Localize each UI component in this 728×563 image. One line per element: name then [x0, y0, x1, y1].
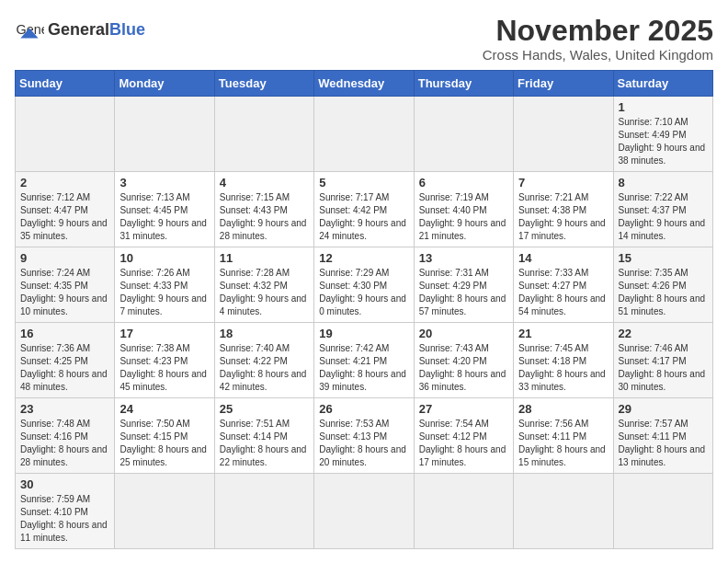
day-info: Sunrise: 7:21 AMSunset: 4:38 PMDaylight:…	[518, 191, 608, 243]
day-info: Sunrise: 7:13 AMSunset: 4:45 PMDaylight:…	[119, 191, 209, 243]
calendar-week-6: 30Sunrise: 7:59 AMSunset: 4:10 PMDayligh…	[16, 474, 713, 549]
calendar-cell: 16Sunrise: 7:36 AMSunset: 4:25 PMDayligh…	[16, 323, 115, 398]
day-info: Sunrise: 7:29 AMSunset: 4:30 PMDaylight:…	[319, 267, 408, 318]
day-info: Sunrise: 7:54 AMSunset: 4:12 PMDaylight:…	[419, 418, 508, 469]
calendar-cell: 24Sunrise: 7:50 AMSunset: 4:15 PMDayligh…	[115, 398, 214, 474]
calendar-cell: 27Sunrise: 7:54 AMSunset: 4:12 PMDayligh…	[414, 398, 513, 474]
day-number: 8	[619, 176, 708, 190]
day-number: 11	[220, 251, 309, 265]
day-info: Sunrise: 7:26 AMSunset: 4:33 PMDaylight:…	[119, 267, 209, 318]
calendar-cell: 12Sunrise: 7:29 AMSunset: 4:30 PMDayligh…	[314, 247, 414, 323]
calendar-cell: 18Sunrise: 7:40 AMSunset: 4:22 PMDayligh…	[214, 323, 313, 398]
day-info: Sunrise: 7:56 AMSunset: 4:11 PMDaylight:…	[518, 418, 608, 469]
calendar-cell: 25Sunrise: 7:51 AMSunset: 4:14 PMDayligh…	[214, 398, 313, 474]
day-info: Sunrise: 7:22 AMSunset: 4:37 PMDaylight:…	[619, 191, 708, 243]
day-info: Sunrise: 7:28 AMSunset: 4:32 PMDaylight:…	[220, 267, 309, 318]
day-number: 24	[119, 402, 209, 416]
calendar-cell	[214, 474, 313, 549]
calendar-cell: 20Sunrise: 7:43 AMSunset: 4:20 PMDayligh…	[414, 323, 513, 398]
day-info: Sunrise: 7:24 AMSunset: 4:35 PMDaylight:…	[20, 267, 109, 318]
day-info: Sunrise: 7:19 AMSunset: 4:40 PMDaylight:…	[419, 191, 508, 243]
calendar-cell	[214, 97, 313, 172]
calendar-cell: 23Sunrise: 7:48 AMSunset: 4:16 PMDayligh…	[16, 398, 115, 474]
weekday-header-sunday: Sunday	[16, 71, 115, 97]
weekday-header-saturday: Saturday	[613, 71, 712, 97]
calendar-cell: 8Sunrise: 7:22 AMSunset: 4:37 PMDaylight…	[613, 172, 712, 247]
day-number: 2	[20, 176, 109, 190]
calendar-cell: 7Sunrise: 7:21 AMSunset: 4:38 PMDaylight…	[514, 172, 613, 247]
logo: General GeneralBlue	[15, 15, 145, 44]
day-number: 19	[319, 327, 408, 340]
day-number: 13	[419, 251, 508, 265]
calendar-cell	[314, 474, 414, 549]
day-info: Sunrise: 7:12 AMSunset: 4:47 PMDaylight:…	[20, 191, 109, 243]
day-info: Sunrise: 7:15 AMSunset: 4:43 PMDaylight:…	[220, 191, 309, 243]
calendar-cell	[613, 474, 712, 549]
day-info: Sunrise: 7:43 AMSunset: 4:20 PMDaylight:…	[419, 342, 508, 394]
weekday-header-thursday: Thursday	[414, 71, 513, 97]
month-title: November 2025	[483, 15, 713, 47]
weekday-header-tuesday: Tuesday	[214, 71, 313, 97]
calendar-cell: 11Sunrise: 7:28 AMSunset: 4:32 PMDayligh…	[214, 247, 313, 323]
calendar: SundayMondayTuesdayWednesdayThursdayFrid…	[15, 70, 713, 549]
calendar-cell	[514, 97, 613, 172]
calendar-cell: 9Sunrise: 7:24 AMSunset: 4:35 PMDaylight…	[16, 247, 115, 323]
calendar-cell: 13Sunrise: 7:31 AMSunset: 4:29 PMDayligh…	[414, 247, 513, 323]
day-number: 12	[319, 251, 408, 265]
calendar-cell: 26Sunrise: 7:53 AMSunset: 4:13 PMDayligh…	[314, 398, 414, 474]
calendar-cell	[414, 97, 513, 172]
day-number: 23	[20, 402, 109, 416]
day-number: 9	[20, 251, 109, 265]
calendar-cell: 22Sunrise: 7:46 AMSunset: 4:17 PMDayligh…	[613, 323, 712, 398]
day-number: 27	[419, 402, 508, 416]
calendar-week-1: 1Sunrise: 7:10 AMSunset: 4:49 PMDaylight…	[16, 97, 713, 172]
day-number: 20	[419, 327, 508, 340]
day-number: 29	[619, 402, 708, 416]
day-number: 28	[518, 402, 608, 416]
calendar-body: 1Sunrise: 7:10 AMSunset: 4:49 PMDaylight…	[16, 97, 713, 549]
day-info: Sunrise: 7:40 AMSunset: 4:22 PMDaylight:…	[220, 342, 309, 394]
day-number: 25	[220, 402, 309, 416]
day-number: 17	[119, 327, 209, 340]
day-info: Sunrise: 7:31 AMSunset: 4:29 PMDaylight:…	[419, 267, 508, 318]
calendar-cell: 30Sunrise: 7:59 AMSunset: 4:10 PMDayligh…	[16, 474, 115, 549]
calendar-cell: 5Sunrise: 7:17 AMSunset: 4:42 PMDaylight…	[314, 172, 414, 247]
logo-text: GeneralBlue	[48, 21, 145, 38]
weekday-header-row: SundayMondayTuesdayWednesdayThursdayFrid…	[16, 71, 713, 97]
day-info: Sunrise: 7:45 AMSunset: 4:18 PMDaylight:…	[518, 342, 608, 394]
day-number: 26	[319, 402, 408, 416]
calendar-cell	[115, 474, 214, 549]
calendar-cell: 15Sunrise: 7:35 AMSunset: 4:26 PMDayligh…	[613, 247, 712, 323]
day-info: Sunrise: 7:38 AMSunset: 4:23 PMDaylight:…	[119, 342, 209, 394]
calendar-week-2: 2Sunrise: 7:12 AMSunset: 4:47 PMDaylight…	[16, 172, 713, 247]
calendar-cell: 3Sunrise: 7:13 AMSunset: 4:45 PMDaylight…	[115, 172, 214, 247]
day-info: Sunrise: 7:50 AMSunset: 4:15 PMDaylight:…	[119, 418, 209, 469]
day-info: Sunrise: 7:57 AMSunset: 4:11 PMDaylight:…	[619, 418, 708, 469]
day-number: 5	[319, 176, 408, 190]
calendar-cell: 14Sunrise: 7:33 AMSunset: 4:27 PMDayligh…	[514, 247, 613, 323]
day-info: Sunrise: 7:36 AMSunset: 4:25 PMDaylight:…	[20, 342, 109, 394]
weekday-header-friday: Friday	[514, 71, 613, 97]
day-info: Sunrise: 7:42 AMSunset: 4:21 PMDaylight:…	[319, 342, 408, 394]
calendar-cell	[16, 97, 115, 172]
day-number: 7	[518, 176, 608, 190]
day-info: Sunrise: 7:46 AMSunset: 4:17 PMDaylight:…	[619, 342, 708, 394]
calendar-cell: 29Sunrise: 7:57 AMSunset: 4:11 PMDayligh…	[613, 398, 712, 474]
calendar-cell: 4Sunrise: 7:15 AMSunset: 4:43 PMDaylight…	[214, 172, 313, 247]
calendar-cell	[314, 97, 414, 172]
header: General GeneralBlue November 2025 Cross …	[15, 15, 713, 63]
calendar-week-3: 9Sunrise: 7:24 AMSunset: 4:35 PMDaylight…	[16, 247, 713, 323]
day-number: 21	[518, 327, 608, 340]
day-info: Sunrise: 7:48 AMSunset: 4:16 PMDaylight:…	[20, 418, 109, 469]
calendar-cell: 21Sunrise: 7:45 AMSunset: 4:18 PMDayligh…	[514, 323, 613, 398]
day-number: 1	[619, 100, 708, 114]
calendar-cell: 19Sunrise: 7:42 AMSunset: 4:21 PMDayligh…	[314, 323, 414, 398]
day-info: Sunrise: 7:35 AMSunset: 4:26 PMDaylight:…	[619, 267, 708, 318]
location-subtitle: Cross Hands, Wales, United Kingdom	[483, 47, 713, 63]
day-info: Sunrise: 7:51 AMSunset: 4:14 PMDaylight:…	[220, 418, 309, 469]
day-number: 30	[20, 477, 109, 491]
calendar-cell: 2Sunrise: 7:12 AMSunset: 4:47 PMDaylight…	[16, 172, 115, 247]
day-info: Sunrise: 7:17 AMSunset: 4:42 PMDaylight:…	[319, 191, 408, 243]
calendar-week-5: 23Sunrise: 7:48 AMSunset: 4:16 PMDayligh…	[16, 398, 713, 474]
calendar-cell	[115, 97, 214, 172]
